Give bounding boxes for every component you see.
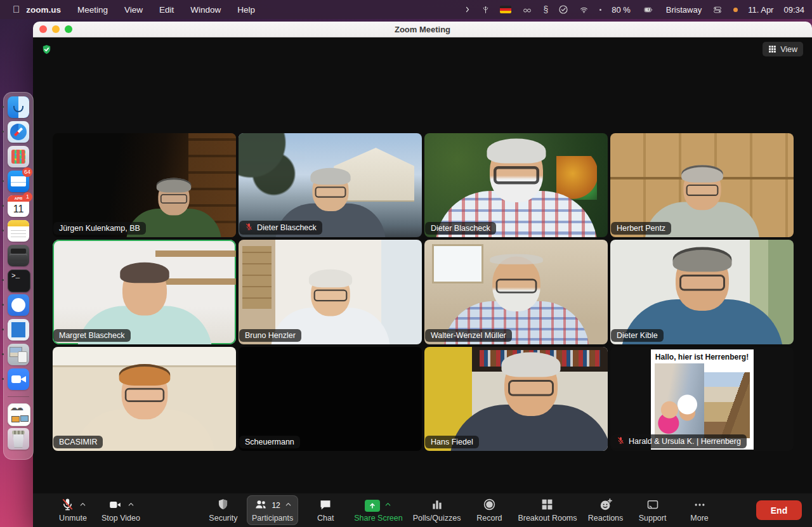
status-text: Bristaway [666, 5, 702, 15]
participant-name: Hans Fiedel [431, 438, 473, 446]
menu-items: zoom.usMeetingViewEditWindowHelp [26, 5, 255, 15]
video-tile[interactable]: Jürgen Kulenkamp, BB [53, 133, 236, 237]
view-button[interactable]: View [763, 42, 803, 56]
dock-item-mail[interactable]: 64 [7, 170, 30, 193]
menu-item-edit[interactable]: Edit [159, 5, 174, 15]
toolbar-icon-row [365, 498, 391, 513]
participant-name-label: Jürgen Kulenkamp, BB [53, 222, 146, 235]
toolbar-button-label: Share Screen [354, 514, 402, 523]
chevron-up-icon[interactable] [128, 501, 134, 510]
toolbar-unmute-button[interactable]: Unmute [49, 495, 96, 525]
vscode-icon [8, 319, 29, 341]
toolbar-record-button[interactable]: Record [466, 495, 513, 525]
apple-menu-icon[interactable]:  [13, 4, 20, 15]
tiny-dot-icon [599, 9, 601, 11]
dock-item-vscode[interactable] [7, 318, 30, 341]
camera-icon [107, 498, 123, 513]
toolbar-reactions-button[interactable]: Reactions [582, 495, 629, 525]
toolbar-polls-quizzes-button[interactable]: Polls/Quizzes [408, 495, 466, 525]
silhouette-head [492, 256, 540, 311]
notes-icon [8, 220, 29, 242]
toolbar-security-button[interactable]: Security [200, 495, 247, 525]
menu-item-help[interactable]: Help [237, 5, 255, 15]
dock-item-safari[interactable] [7, 120, 30, 143]
toolbar-stop-video-button[interactable]: Stop Video [96, 495, 145, 525]
video-tile[interactable]: Herbert Pentz [610, 133, 794, 237]
participant-name-label: Bruno Henzler [239, 329, 301, 342]
chevron-right-icon[interactable] [464, 4, 471, 15]
dock-item-launchpad[interactable] [7, 145, 30, 168]
wifi-icon[interactable] [579, 4, 589, 15]
battery-charging-icon[interactable] [641, 4, 656, 15]
running-indicator [2, 329, 4, 330]
running-indicator [2, 279, 4, 281]
dock-item-finder[interactable] [7, 96, 30, 119]
dock-item-terminal[interactable] [7, 269, 30, 292]
dock-item-zoom[interactable] [7, 368, 30, 391]
chat-icon [318, 498, 332, 513]
menu-item-window[interactable]: Window [190, 5, 221, 15]
glasses-icon[interactable] [521, 4, 533, 15]
dock-item-cloud-sync[interactable] [7, 403, 30, 426]
toolbar-icon-row [540, 498, 554, 513]
video-tile[interactable]: Scheuermann [239, 347, 422, 451]
dock-item-preview[interactable] [7, 343, 30, 366]
trident-icon[interactable] [481, 4, 490, 15]
security-shield-icon[interactable] [41, 44, 52, 55]
silhouette-head [158, 180, 189, 216]
video-tile[interactable]: Bruno Henzler [239, 240, 422, 344]
video-tile[interactable]: Hans Fiedel [424, 347, 608, 451]
status-text: 11. Apr [748, 5, 773, 15]
participant-name-label: Herbert Pentz [611, 222, 671, 235]
end-meeting-button[interactable]: End [756, 500, 802, 520]
toolbar-support-button[interactable]: Support [629, 495, 676, 525]
menu-item-view[interactable]: View [124, 5, 143, 15]
notification-badge: 1 [23, 192, 32, 202]
video-tile[interactable]: Walter-Wenzel Müller [424, 240, 608, 344]
menu-status-items: §80 %Bristaway11. Apr09:34 [464, 4, 804, 15]
toolbar-button-label: Polls/Quizzes [413, 514, 461, 523]
participant-name-label: Scheuermann [239, 436, 300, 448]
dock-item-printer[interactable] [7, 244, 30, 267]
dock-item-calendar[interactable]: APR111 [7, 195, 30, 218]
toolbar-more-button[interactable]: More [676, 495, 723, 525]
chevron-up-icon[interactable] [79, 501, 86, 510]
menu-item-meeting[interactable]: Meeting [77, 5, 108, 15]
dock-item-notes[interactable] [7, 219, 30, 242]
dock-item-trash[interactable] [7, 427, 30, 450]
silhouette-head [312, 170, 348, 211]
participants-icon [253, 498, 268, 513]
grid-view-icon [768, 45, 776, 53]
check-circle-icon[interactable] [558, 4, 568, 15]
running-indicator [2, 304, 4, 306]
toolbar-participants-button[interactable]: 12Participants [247, 495, 298, 525]
toolbar-icon-row [107, 498, 134, 513]
toolbar-button-label: Reactions [588, 514, 624, 523]
toolbar-button-label: Security [209, 514, 237, 523]
video-tile[interactable]: Hallo, hier ist Herrenberg!Harald & Ursu… [610, 347, 794, 451]
control-center-icon[interactable] [712, 4, 723, 15]
participant-name-label: Harald & Ursula K. | Herrenberg [611, 434, 747, 448]
dock-item-signal[interactable] [7, 294, 30, 316]
toolbar-breakout-rooms-button[interactable]: Breakout Rooms [513, 495, 582, 525]
chevron-up-icon[interactable] [384, 501, 391, 510]
menu-item-zoom-us[interactable]: zoom.us [26, 5, 61, 15]
toolbar-button-label: Record [476, 514, 502, 523]
squiggle-s-icon[interactable]: § [543, 4, 548, 15]
video-tile[interactable]: Dieter Blascheck [239, 133, 422, 237]
silhouette-head [121, 367, 167, 419]
toolbar-share-screen-button[interactable]: Share Screen [349, 495, 407, 525]
video-tile[interactable]: Dieter Blascheck [424, 133, 608, 237]
reactions-icon [599, 498, 613, 514]
video-tile[interactable]: BCASIMIR [53, 347, 236, 451]
toolbar-chat-button[interactable]: Chat [302, 495, 349, 525]
toolbar-icon-row [646, 498, 660, 513]
cloud-sync-icon [8, 403, 30, 426]
video-tile[interactable]: Dieter Kible [610, 240, 794, 344]
video-tile[interactable]: Margret Blascheck [53, 240, 236, 344]
participant-name: Dieter Blascheck [257, 223, 317, 232]
participant-name: Bruno Henzler [245, 331, 296, 340]
chevron-up-icon[interactable] [285, 501, 292, 510]
participant-name: Dieter Kible [617, 331, 658, 340]
german-flag-icon[interactable] [500, 6, 511, 13]
